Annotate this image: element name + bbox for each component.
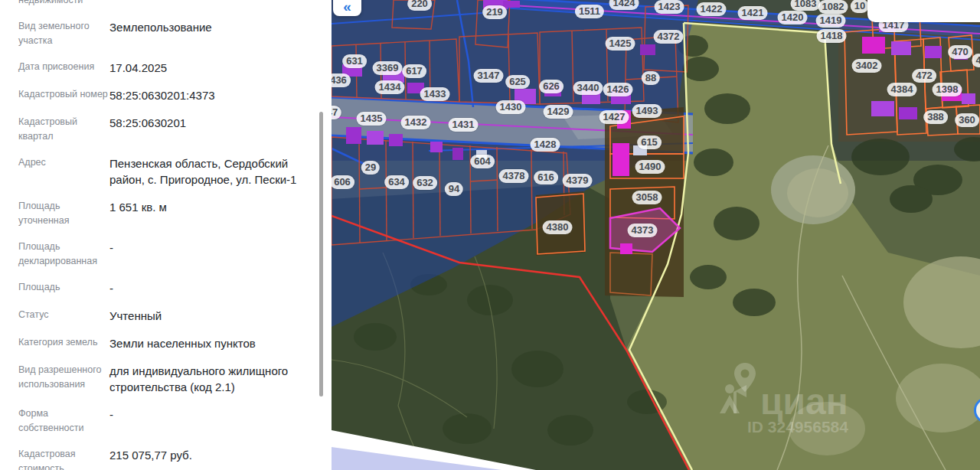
parcel-label[interactable]: 436 bbox=[332, 73, 351, 87]
info-label: Дата присвоения bbox=[18, 60, 109, 74]
parcel-label[interactable]: 1398 bbox=[933, 83, 962, 96]
parcel-label[interactable]: 617 bbox=[402, 64, 426, 78]
info-label: Статус bbox=[18, 308, 109, 322]
info-value: Земли населенных пунктов bbox=[109, 335, 321, 351]
parcel-label-selected[interactable]: 4373 bbox=[628, 224, 658, 237]
parcel-label[interactable]: 1429 bbox=[544, 105, 573, 119]
parcel-label[interactable]: 3440 bbox=[573, 81, 603, 95]
parcel-label[interactable]: 219 bbox=[482, 5, 507, 19]
parcel-label[interactable]: 1425 bbox=[606, 37, 635, 51]
parcel-label[interactable]: 1423 bbox=[655, 0, 684, 14]
panel-label-partial: недвижимости bbox=[18, 0, 321, 8]
info-label: Площадь bbox=[18, 280, 109, 295]
parcel-label[interactable]: 616 bbox=[534, 171, 558, 184]
info-panel: недвижимости Вид земельного участкаЗемле… bbox=[0, 0, 332, 470]
parcel-label[interactable]: 88 bbox=[642, 71, 660, 85]
info-row: Вид разрешенного использованиядля индиви… bbox=[18, 363, 321, 395]
parcel-label[interactable]: 4379 bbox=[563, 174, 593, 188]
info-rows: Вид земельного участкаЗемлепользованиеДа… bbox=[18, 19, 321, 470]
parcel-label[interactable]: 220 bbox=[407, 0, 432, 11]
parcel-label[interactable]: 1421 bbox=[738, 6, 768, 20]
parcel-label[interactable]: 1419 bbox=[816, 14, 846, 28]
parcel-label[interactable]: 360 bbox=[955, 113, 979, 127]
parcel-label[interactable]: 615 bbox=[637, 135, 662, 149]
svg-text:ID 324956584: ID 324956584 bbox=[747, 418, 848, 436]
info-row: АдресПензенская область, Сердобский райо… bbox=[18, 155, 321, 188]
info-value: 215 075,77 руб. bbox=[109, 447, 321, 463]
info-row: Площадь уточненная1 651 кв. м bbox=[18, 199, 321, 228]
info-label: Адрес bbox=[18, 155, 109, 170]
parcel-label[interactable]: 1427 bbox=[599, 110, 629, 124]
info-label: Площадь уточненная bbox=[18, 199, 109, 228]
info-label: Кадастровый номер bbox=[18, 87, 109, 102]
parcel-label[interactable]: 4 bbox=[972, 54, 980, 67]
info-value: 58:25:0630201:4373 bbox=[109, 87, 321, 103]
parcel-label[interactable]: 1426 bbox=[603, 83, 633, 96]
parcel-label[interactable]: 388 bbox=[923, 110, 948, 124]
info-row: Кадастровый номер58:25:0630201:4373 bbox=[18, 87, 321, 103]
parcel-label[interactable]: 4372 bbox=[654, 30, 684, 44]
info-label: Кадастровый квартал bbox=[18, 115, 109, 144]
parcel-label[interactable]: 3147 bbox=[474, 69, 504, 83]
info-label: Площадь декларированная bbox=[18, 240, 109, 269]
parcel-label[interactable]: 625 bbox=[505, 75, 530, 89]
info-label: Вид разрешенного использования bbox=[18, 363, 109, 392]
parcel-label[interactable]: 1490 bbox=[635, 160, 665, 174]
info-row: СтатусУчтенный bbox=[18, 308, 321, 324]
parcel-label[interactable]: 4384 bbox=[887, 83, 917, 96]
parcel-label[interactable]: 3058 bbox=[632, 191, 662, 204]
parcel-label[interactable]: 634 bbox=[384, 175, 409, 189]
parcel-label[interactable]: 626 bbox=[539, 80, 564, 93]
panel-scrollbar[interactable] bbox=[319, 112, 323, 397]
top-right-control-box bbox=[867, 0, 980, 22]
info-row: Дата присвоения17.04.2025 bbox=[18, 60, 321, 76]
info-row: Форма собственности- bbox=[18, 406, 321, 436]
collapse-panel-button[interactable]: « bbox=[333, 0, 361, 16]
parcel-label[interactable]: 472 bbox=[912, 69, 936, 83]
parcel-label[interactable]: 1433 bbox=[420, 87, 450, 101]
parcel-label[interactable]: 4380 bbox=[543, 220, 573, 234]
info-row: Вид земельного участкаЗемлепользование bbox=[18, 19, 321, 48]
parcel-label[interactable]: 29 bbox=[361, 161, 380, 175]
parcel-label[interactable]: 1431 bbox=[449, 118, 479, 132]
parcel-label[interactable]: 1493 bbox=[632, 104, 662, 118]
parcel-label[interactable]: 1511 bbox=[575, 5, 604, 18]
parcel-label[interactable]: 3369 bbox=[373, 61, 403, 75]
parcel-label[interactable]: 470 bbox=[948, 45, 972, 59]
parcel-label[interactable]: 1430 bbox=[496, 100, 526, 114]
parcel-label[interactable]: 1434 bbox=[375, 80, 405, 94]
parcel-label[interactable]: 3402 bbox=[852, 59, 882, 73]
parcel-label[interactable]: 1420 bbox=[778, 11, 808, 24]
parcel-label[interactable]: 606 bbox=[332, 175, 354, 189]
info-value: Учтенный bbox=[109, 308, 321, 324]
parcel-label[interactable]: 1418 bbox=[817, 29, 847, 43]
parcel-label[interactable]: 1435 bbox=[357, 112, 387, 126]
info-row: Площадь- bbox=[18, 280, 321, 296]
parcel-label[interactable]: 1432 bbox=[401, 116, 431, 129]
parcel-label[interactable]: 1083 bbox=[791, 0, 821, 11]
info-label: Форма собственности bbox=[18, 406, 109, 436]
parcel-label[interactable]: 1428 bbox=[531, 138, 560, 152]
map-canvas[interactable]: циан ID 324956584 2202191511142414231422… bbox=[332, 0, 980, 470]
info-value: - bbox=[109, 240, 321, 256]
parcel-label[interactable]: 1422 bbox=[697, 2, 727, 16]
parcel-label[interactable]: 4378 bbox=[499, 169, 529, 183]
parcel-label[interactable]: 10 bbox=[851, 0, 869, 13]
info-value: - bbox=[109, 406, 321, 423]
map-art: циан ID 324956584 bbox=[332, 0, 980, 470]
parcel-label[interactable]: 631 bbox=[342, 54, 367, 68]
info-label: Кадастровая стоимость bbox=[18, 447, 109, 470]
info-row: Площадь декларированная- bbox=[18, 240, 321, 269]
parcel-label[interactable]: 604 bbox=[470, 155, 495, 168]
parcel-label[interactable]: 632 bbox=[413, 176, 437, 190]
parcel-label[interactable]: 1082 bbox=[818, 0, 848, 14]
info-value: 58:25:0630201 bbox=[109, 115, 321, 131]
parcel-label[interactable]: 94 bbox=[445, 182, 463, 196]
info-row: Кадастровый квартал58:25:0630201 bbox=[18, 115, 321, 144]
svg-text:циан: циан bbox=[760, 381, 848, 422]
info-value: Землепользование bbox=[109, 19, 321, 35]
info-value: Пензенская область, Сердобский район, с.… bbox=[109, 155, 321, 188]
info-value: 1 651 кв. м bbox=[109, 199, 321, 215]
parcel-label[interactable]: 1424 bbox=[609, 0, 639, 10]
info-value: для индивидуального жилищного строительс… bbox=[109, 363, 321, 395]
